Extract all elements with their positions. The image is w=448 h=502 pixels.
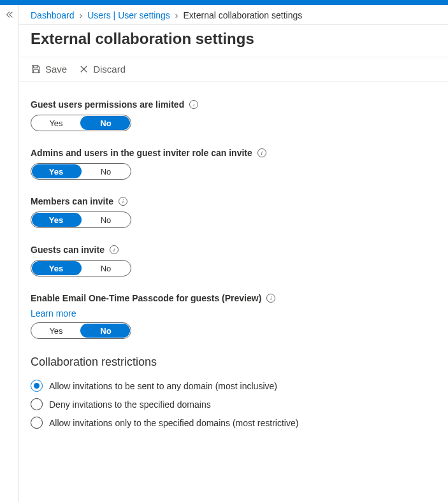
chevron-right-icon: ›: [175, 10, 178, 20]
learn-more-link[interactable]: Learn more: [31, 308, 76, 319]
info-icon[interactable]: i: [189, 100, 198, 109]
restriction-option[interactable]: Deny invitations to the specified domain…: [31, 395, 437, 413]
setting-row: Members can inviteiYesNo: [31, 196, 437, 228]
setting-row: Guests can inviteiYesNo: [31, 245, 437, 276]
settings-content: Guest users permissions are limitediYesN…: [19, 82, 448, 438]
breadcrumb-users-settings[interactable]: Users | User settings: [87, 10, 170, 20]
setting-row: Admins and users in the guest inviter ro…: [31, 148, 437, 180]
radio-icon: [31, 398, 43, 410]
chevron-double-left-icon: [5, 10, 14, 19]
collaboration-restrictions-header: Collaboration restrictions: [31, 355, 437, 369]
discard-button[interactable]: Discard: [78, 64, 126, 75]
info-icon[interactable]: i: [266, 294, 275, 303]
toggle-yes[interactable]: Yes: [31, 212, 81, 227]
breadcrumb: Dashboard › Users | User settings › Exte…: [19, 5, 448, 25]
breadcrumb-current: External collaboration settings: [184, 10, 303, 20]
toggle-no[interactable]: No: [81, 212, 131, 227]
restriction-label: Allow invitations to be sent to any doma…: [49, 381, 277, 391]
save-icon: [31, 64, 41, 75]
toggle-yes[interactable]: Yes: [31, 115, 81, 131]
collapse-sidebar-button[interactable]: [0, 5, 19, 502]
save-button[interactable]: Save: [31, 64, 67, 75]
breadcrumb-dashboard[interactable]: Dashboard: [31, 10, 75, 20]
restriction-option[interactable]: Allow invitations only to the specified …: [31, 413, 437, 432]
setting-label: Members can invitei: [31, 196, 437, 206]
toggle-yes[interactable]: Yes: [31, 261, 81, 276]
restriction-option[interactable]: Allow invitations to be sent to any doma…: [31, 376, 437, 395]
yes-no-toggle[interactable]: YesNo: [31, 115, 131, 131]
radio-icon: [31, 380, 43, 392]
command-bar: Save Discard: [19, 57, 448, 82]
azure-top-bar: [0, 0, 448, 5]
setting-label-text: Guests can invite: [31, 245, 105, 255]
toggle-no[interactable]: No: [81, 164, 131, 179]
yes-no-toggle[interactable]: YesNo: [31, 212, 131, 228]
toggle-no[interactable]: No: [81, 323, 131, 338]
info-icon[interactable]: i: [119, 197, 127, 206]
info-icon[interactable]: i: [257, 148, 266, 157]
setting-label: Guest users permissions are limitedi: [31, 99, 437, 110]
info-icon[interactable]: i: [110, 245, 119, 254]
close-icon: [78, 64, 89, 75]
setting-label-text: Enable Email One-Time Passcode for guest…: [31, 293, 261, 303]
setting-label: Enable Email One-Time Passcode for guest…: [31, 293, 437, 303]
yes-no-toggle[interactable]: YesNo: [31, 260, 131, 276]
setting-row: Enable Email One-Time Passcode for guest…: [31, 293, 437, 339]
setting-label-text: Guest users permissions are limited: [31, 99, 184, 110]
setting-label-text: Members can invite: [31, 196, 113, 206]
setting-label: Admins and users in the guest inviter ro…: [31, 148, 437, 158]
setting-row: Guest users permissions are limitediYesN…: [31, 99, 437, 131]
save-label: Save: [45, 64, 67, 75]
toggle-yes[interactable]: Yes: [31, 164, 81, 179]
restriction-label: Deny invitations to the specified domain…: [49, 399, 211, 410]
page-title: External collaboration settings: [19, 25, 448, 57]
toggle-yes[interactable]: Yes: [31, 323, 81, 338]
yes-no-toggle[interactable]: YesNo: [31, 163, 131, 180]
yes-no-toggle[interactable]: YesNo: [31, 322, 131, 339]
radio-icon: [31, 417, 43, 429]
chevron-right-icon: ›: [80, 10, 83, 20]
setting-label-text: Admins and users in the guest inviter ro…: [31, 148, 252, 158]
toggle-no[interactable]: No: [81, 115, 131, 131]
restriction-label: Allow invitations only to the specified …: [49, 418, 298, 428]
setting-label: Guests can invitei: [31, 245, 437, 255]
discard-label: Discard: [93, 64, 126, 75]
toggle-no[interactable]: No: [81, 261, 131, 276]
